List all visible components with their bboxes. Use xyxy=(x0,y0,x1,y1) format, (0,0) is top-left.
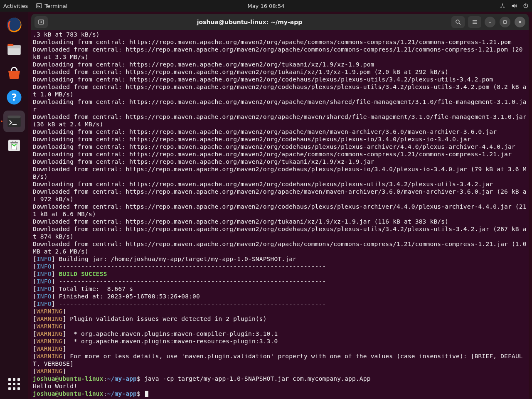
svg-point-1 xyxy=(502,3,503,4)
clock[interactable]: May 16 08:54 xyxy=(247,3,284,9)
svg-point-19 xyxy=(456,20,459,23)
grid-icon xyxy=(8,378,20,390)
volume-icon[interactable] xyxy=(511,3,517,9)
dock-app-software[interactable] xyxy=(3,62,25,84)
svg-rect-25 xyxy=(504,21,506,23)
search-button[interactable] xyxy=(451,16,465,28)
activities-button[interactable]: Activities xyxy=(3,3,28,9)
svg-rect-0 xyxy=(37,4,42,8)
power-icon[interactable] xyxy=(523,3,529,9)
dock-app-files[interactable] xyxy=(3,38,25,60)
window-close-button[interactable] xyxy=(515,17,525,27)
svg-rect-13 xyxy=(7,116,21,118)
show-applications-button[interactable] xyxy=(4,374,24,394)
svg-line-20 xyxy=(459,23,461,25)
dock-app-firefox[interactable] xyxy=(3,14,25,36)
window-maximize-button[interactable] xyxy=(500,17,510,27)
svg-rect-15 xyxy=(10,142,18,143)
svg-text:?: ? xyxy=(11,92,17,103)
hamburger-menu-button[interactable] xyxy=(468,16,481,28)
app-indicator-label: Terminal xyxy=(44,3,67,9)
new-tab-button[interactable] xyxy=(34,16,48,28)
window-minimize-button[interactable] xyxy=(485,17,495,27)
top-panel: Activities Terminal May 16 08:54 xyxy=(0,0,532,12)
terminal-output[interactable]: .3 kB at 783 kB/s)Downloading from centr… xyxy=(31,30,529,399)
dock-app-terminal[interactable] xyxy=(3,111,25,132)
terminal-window: joshua@ubuntu-linux: ~/my-app .3 kB at 7… xyxy=(31,14,529,399)
svg-rect-9 xyxy=(7,44,13,46)
dock-app-trash[interactable] xyxy=(3,135,25,156)
window-titlebar[interactable]: joshua@ubuntu-linux: ~/my-app xyxy=(31,14,529,30)
network-icon[interactable] xyxy=(500,3,505,9)
window-title: joshua@ubuntu-linux: ~/my-app xyxy=(51,19,448,25)
dock-app-help[interactable]: ? xyxy=(3,86,25,108)
app-indicator[interactable]: Terminal xyxy=(36,3,67,9)
dock: ? xyxy=(0,12,28,399)
terminal-icon xyxy=(36,3,42,9)
